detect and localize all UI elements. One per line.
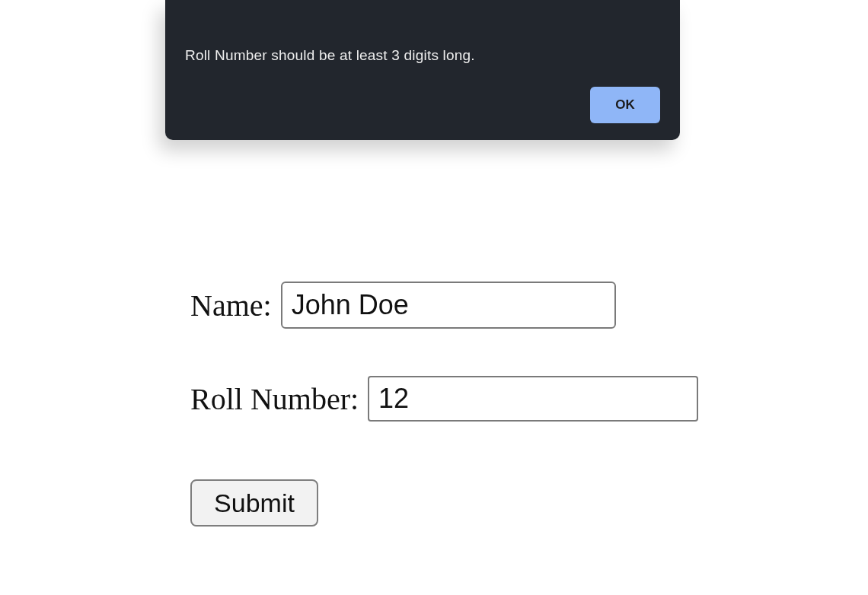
name-label: Name: [190, 288, 272, 323]
roll-number-row: Roll Number: [190, 376, 698, 422]
alert-dialog: Roll Number should be at least 3 digits … [165, 0, 680, 140]
roll-number-label: Roll Number: [190, 381, 359, 417]
roll-number-input[interactable] [368, 376, 698, 422]
name-input[interactable] [281, 282, 616, 329]
name-row: Name: [190, 282, 698, 329]
form: Name: Roll Number: Submit [190, 282, 698, 527]
submit-button[interactable]: Submit [190, 479, 318, 527]
ok-button[interactable]: OK [590, 87, 660, 123]
alert-message: Roll Number should be at least 3 digits … [185, 47, 475, 64]
